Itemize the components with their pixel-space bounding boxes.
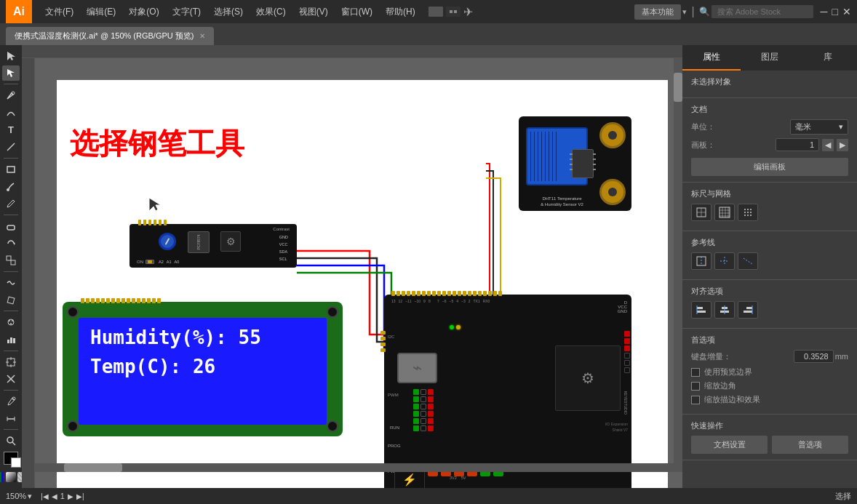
svg-rect-56 <box>697 307 703 309</box>
quick-actions-section: 快速操作 文档设置 普选项 <box>682 415 857 460</box>
ruler-grid-icons <box>691 204 848 221</box>
paintbrush-tool-btn[interactable] <box>2 179 20 195</box>
svg-point-13 <box>12 320 13 321</box>
keyboard-increment-input[interactable] <box>794 350 834 363</box>
canvas-next-btn[interactable]: ▶ <box>837 139 848 151</box>
svg-point-46 <box>747 212 749 213</box>
svg-rect-62 <box>746 307 752 309</box>
align-right-icon[interactable] <box>738 301 758 319</box>
artboard-tool-btn[interactable] <box>2 354 20 370</box>
free-transform-btn[interactable] <box>2 292 20 308</box>
selection-tool-btn[interactable] <box>2 48 20 64</box>
svg-point-12 <box>9 320 10 321</box>
curvature-tool-btn[interactable] <box>2 105 20 121</box>
scale-corners-checkbox[interactable] <box>691 382 700 391</box>
grid-icon[interactable] <box>714 204 735 221</box>
ruler-grid-section: 标尺与网格 <box>682 183 857 231</box>
stroke-color-box[interactable] <box>11 457 21 468</box>
dot-grid-icon[interactable] <box>738 204 758 221</box>
lcd-module: Humidity(%): 55 Temp(C): 26 <box>63 302 343 436</box>
menu-object[interactable]: 对象(O) <box>123 3 164 21</box>
canvas-value-box: 1 <box>776 138 819 151</box>
svg-rect-63 <box>744 311 752 313</box>
svg-rect-6 <box>7 225 15 230</box>
prev-page-btn[interactable]: ◀ <box>52 492 57 500</box>
properties-tab[interactable]: 属性 <box>682 45 741 71</box>
svg-marker-31 <box>149 198 161 211</box>
ruler-icon-1[interactable] <box>691 204 711 221</box>
canvas-row: 画板： 1 ◀ ▶ <box>691 138 848 151</box>
svg-marker-7 <box>14 242 15 245</box>
layers-tab[interactable]: 图层 <box>741 45 799 71</box>
menu-view[interactable]: 视图(V) <box>293 3 334 21</box>
tool-separator-3 <box>4 215 18 215</box>
canvas-label: 画板： <box>691 140 715 151</box>
horizontal-scrollbar[interactable] <box>35 463 674 472</box>
scale-effects-checkbox[interactable] <box>691 396 700 404</box>
pen-tool-btn[interactable] <box>2 87 20 103</box>
libraries-tab[interactable]: 库 <box>799 45 857 71</box>
canvas-prev-btn[interactable]: ◀ <box>822 139 834 151</box>
stock-search-input[interactable] <box>711 5 813 18</box>
direct-selection-tool-btn[interactable] <box>2 65 20 81</box>
vertical-scrollbar[interactable] <box>674 58 682 472</box>
color-mode-btn[interactable] <box>0 472 4 482</box>
lcd-screen: Humidity(%): 55 Temp(C): 26 <box>79 318 327 425</box>
menu-text[interactable]: 文字(T) <box>167 3 207 21</box>
next-page-btn[interactable]: ▶ <box>68 492 73 500</box>
menu-select[interactable]: 选择(S) <box>208 3 249 21</box>
align-center-icon[interactable] <box>714 301 735 319</box>
zoom-tool-btn[interactable] <box>2 433 20 449</box>
line-tool-btn[interactable] <box>2 139 20 155</box>
svg-line-30 <box>12 442 15 445</box>
menu-file[interactable]: 文件(F) <box>39 3 79 21</box>
warp-tool-btn[interactable] <box>2 275 20 291</box>
fill-color-box[interactable] <box>4 452 18 465</box>
first-page-btn[interactable]: |◀ <box>41 492 49 500</box>
svg-point-49 <box>747 215 749 216</box>
svg-line-3 <box>7 143 15 151</box>
guide-icon-2[interactable] <box>714 252 735 270</box>
workspace-btn[interactable]: 基本功能 <box>634 4 681 20</box>
slice-tool-btn[interactable] <box>2 371 20 387</box>
guide-icon-1[interactable] <box>691 252 711 270</box>
svg-rect-17 <box>13 338 15 343</box>
quick-action-buttons: 文档设置 普选项 <box>691 436 848 454</box>
align-left-icon[interactable] <box>691 301 711 319</box>
menu-edit[interactable]: 编辑(E) <box>81 3 121 21</box>
guide-icon-3[interactable] <box>738 252 758 270</box>
svg-rect-10 <box>7 297 15 304</box>
column-graph-btn[interactable] <box>2 332 20 348</box>
symbol-sprayer-btn[interactable] <box>2 314 20 330</box>
edit-artboard-btn[interactable]: 编辑画板 <box>691 158 848 176</box>
pencil-tool-btn[interactable] <box>2 196 20 212</box>
type-tool-btn[interactable]: T <box>2 122 20 138</box>
menu-effect[interactable]: 效果(C) <box>250 3 292 21</box>
svg-point-5 <box>7 188 9 191</box>
menu-help[interactable]: 帮助(H) <box>380 3 421 21</box>
unit-label: 单位： <box>691 121 715 132</box>
measure-tool-btn[interactable] <box>2 411 20 427</box>
rect-tool-btn[interactable] <box>2 161 20 177</box>
align-icons <box>691 301 848 319</box>
use-preview-checkbox[interactable] <box>691 368 700 377</box>
pen-tool-label: 选择钢笔工具 <box>70 124 244 164</box>
tool-separator-1 <box>4 84 18 84</box>
tab-close-btn[interactable]: ✕ <box>199 32 205 40</box>
canvas-area[interactable]: 选择钢笔工具 <box>22 45 682 488</box>
zoom-level[interactable]: 150% ▾ <box>6 492 32 501</box>
menu-window[interactable]: 窗口(W) <box>335 3 378 21</box>
rotate-tool-btn[interactable] <box>2 236 20 252</box>
guides-section: 参考线 <box>682 231 857 280</box>
unit-dropdown[interactable]: 毫米 ▾ <box>790 119 848 135</box>
scale-tool-btn[interactable] <box>2 252 20 268</box>
eraser-tool-btn[interactable] <box>2 218 20 234</box>
last-page-btn[interactable]: ▶| <box>76 492 84 500</box>
scale-effects-row: 缩放描边和效果 <box>691 394 848 405</box>
doc-settings-btn[interactable]: 文档设置 <box>691 436 768 454</box>
document-tab[interactable]: 便携式温湿度检测仪.ai* @ 150% (RGB/GPU 预览) ✕ <box>6 27 214 45</box>
gradient-btn[interactable] <box>6 472 16 482</box>
eyedropper-btn[interactable] <box>2 393 20 409</box>
artboard: 选择钢笔工具 <box>57 80 668 488</box>
prefs-btn[interactable]: 普选项 <box>772 436 848 454</box>
